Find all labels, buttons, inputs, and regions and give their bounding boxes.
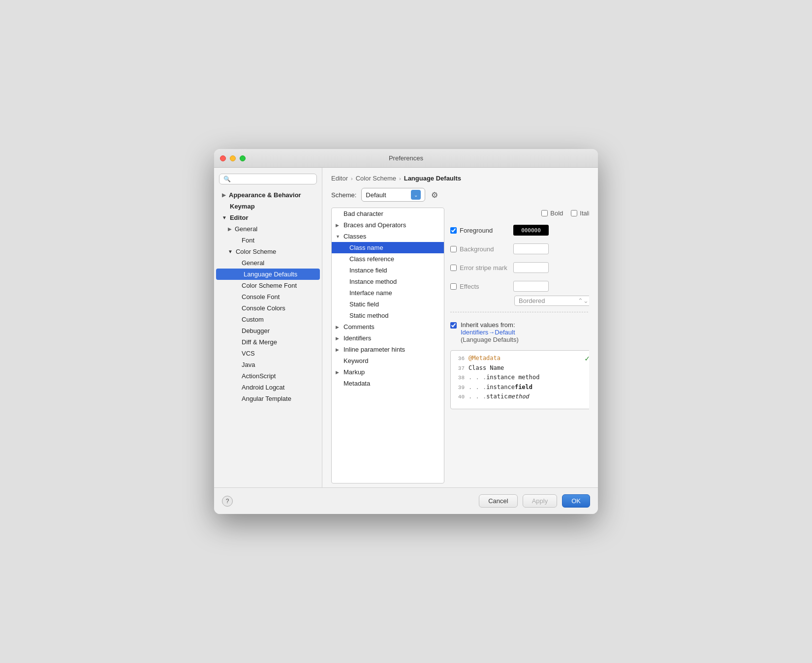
effects-type-dropdown[interactable]: Bordered ⌃⌄ — [514, 296, 589, 306]
sidebar-item-angular-template[interactable]: Angular Template — [214, 393, 322, 404]
minimize-button[interactable] — [230, 155, 236, 161]
line-number: 38 — [455, 374, 468, 383]
tree-list[interactable]: Bad character ▶ Braces and Operators ▼ C… — [331, 208, 444, 483]
sidebar-item-custom[interactable]: Custom — [214, 314, 322, 325]
sidebar-item-language-defaults[interactable]: Language Defaults — [216, 269, 320, 280]
inherit-checkbox[interactable] — [450, 322, 457, 329]
chevron-icon: › — [351, 176, 353, 181]
effects-label: Effects — [460, 283, 479, 290]
italic-checkbox[interactable] — [571, 210, 577, 216]
effects-checkbox[interactable] — [450, 283, 457, 290]
sidebar-item-vcs[interactable]: VCS — [214, 348, 322, 359]
preview-code-39-dots: . . . — [468, 383, 486, 392]
sidebar-item-editor[interactable]: ▼ Editor — [214, 212, 322, 223]
search-box[interactable]: 🔍 — [219, 174, 317, 184]
tree-item-instance-method[interactable]: Instance method — [332, 276, 444, 287]
tree-triangle-icon: ▶ — [336, 347, 341, 352]
background-color-swatch[interactable] — [513, 243, 549, 254]
tree-item-class-name[interactable]: Class name — [332, 242, 444, 253]
tree-item-comments[interactable]: ▶ Comments — [332, 321, 444, 332]
tree-triangle-icon: ▼ — [336, 234, 341, 239]
error-stripe-checkbox[interactable] — [450, 265, 457, 271]
sidebar-item-debugger[interactable]: Debugger — [214, 325, 322, 336]
effects-dropdown-row: Bordered ⌃⌄ — [450, 296, 589, 306]
triangle-icon: ▶ — [228, 226, 232, 232]
search-input[interactable] — [233, 176, 312, 182]
maximize-button[interactable] — [240, 155, 246, 161]
tree-triangle-icon: ▶ — [336, 336, 341, 341]
scheme-dropdown[interactable]: Default ⌄ — [361, 188, 425, 202]
foreground-checkbox-group[interactable]: Foreground — [450, 227, 509, 234]
inherit-link[interactable]: Identifiers→Default — [461, 329, 515, 336]
titlebar: Preferences — [214, 149, 598, 168]
bottom-buttons: Cancel Apply OK — [479, 494, 590, 508]
line-number: 39 — [455, 384, 468, 392]
sidebar-item-console-colors[interactable]: Console Colors — [214, 302, 322, 314]
tree-item-keyword[interactable]: Keyword — [332, 355, 444, 366]
tree-item-braces[interactable]: ▶ Braces and Operators — [332, 219, 444, 231]
ok-button[interactable]: OK — [562, 494, 590, 508]
sidebar-item-cs-general[interactable]: General — [214, 257, 322, 269]
error-stripe-row: Error stripe mark — [450, 260, 589, 275]
cancel-button[interactable]: Cancel — [479, 494, 517, 508]
bold-option[interactable]: Bold — [541, 210, 563, 217]
line-number: 40 — [455, 393, 468, 402]
sidebar-item-android-logcat[interactable]: Android Logcat — [214, 382, 322, 393]
preview-code-40-dots: . . . — [468, 392, 486, 401]
tree-item-identifiers[interactable]: ▶ Identifiers — [332, 332, 444, 344]
inherit-sub-text: (Language Defaults) — [461, 336, 519, 343]
window-title: Preferences — [389, 154, 423, 162]
tree-item-inline-param[interactable]: ▶ Inline parameter hints — [332, 344, 444, 355]
close-button[interactable] — [220, 155, 226, 161]
foreground-color-value: 000000 — [521, 227, 541, 234]
preview-code-36: @Metadata — [468, 354, 500, 363]
sidebar-item-keymap[interactable]: Keymap — [214, 201, 322, 212]
tree-item-classes[interactable]: ▼ Classes — [332, 231, 444, 242]
sidebar: 🔍 ▶ Appearance & Behavior Keymap ▼ Edito… — [214, 168, 322, 487]
error-stripe-color-swatch[interactable] — [513, 262, 549, 273]
preview-line-37: 37 Class Name — [455, 363, 589, 373]
sidebar-item-java[interactable]: Java — [214, 359, 322, 370]
effects-color-swatch[interactable] — [513, 281, 549, 292]
tree-item-bad-char[interactable]: Bad character — [332, 208, 444, 219]
tree-item-interface-name[interactable]: Interface name — [332, 287, 444, 299]
tree-item-static-method[interactable]: Static method — [332, 310, 444, 321]
sidebar-item-appearance[interactable]: ▶ Appearance & Behavior — [214, 189, 322, 201]
tree-item-instance-field[interactable]: Instance field — [332, 265, 444, 276]
sidebar-item-cs-font[interactable]: Color Scheme Font — [214, 280, 322, 291]
sidebar-item-console-font[interactable]: Console Font — [214, 291, 322, 302]
scheme-arrow-icon: ⌄ — [411, 190, 421, 200]
tree-item-static-field[interactable]: Static field — [332, 299, 444, 310]
sidebar-item-font[interactable]: Font — [214, 235, 322, 246]
help-button[interactable]: ? — [222, 496, 233, 507]
foreground-checkbox[interactable] — [450, 227, 457, 234]
sidebar-item-actionscript[interactable]: ActionScript — [214, 370, 322, 382]
preview-line-40: 40 . . . static method — [455, 392, 589, 402]
tree-triangle-icon — [342, 291, 346, 296]
effects-checkbox-group[interactable]: Effects — [450, 283, 509, 290]
gear-button[interactable]: ⚙ — [430, 189, 439, 201]
foreground-row: Foreground 000000 — [450, 223, 589, 238]
tree-item-markup[interactable]: ▶ Markup — [332, 366, 444, 378]
apply-button[interactable]: Apply — [523, 494, 558, 508]
main-body: Bad character ▶ Braces and Operators ▼ C… — [331, 208, 589, 483]
background-checkbox-group[interactable]: Background — [450, 245, 509, 253]
help-label: ? — [226, 498, 229, 505]
tree-item-metadata[interactable]: Metadata — [332, 378, 444, 389]
preview-code-37: Class Name — [468, 363, 504, 373]
line-number: 36 — [455, 355, 468, 363]
error-stripe-checkbox-group[interactable]: Error stripe mark — [450, 264, 509, 271]
foreground-color-swatch[interactable]: 000000 — [513, 225, 549, 236]
tree-triangle-icon: ▶ — [336, 370, 341, 375]
traffic-lights — [220, 155, 246, 161]
main-content: 🔍 ▶ Appearance & Behavior Keymap ▼ Edito… — [214, 168, 598, 487]
bold-checkbox[interactable] — [541, 210, 548, 216]
sidebar-item-diff-merge[interactable]: Diff & Merge — [214, 336, 322, 348]
sidebar-item-colorscheme[interactable]: ▼ Color Scheme — [214, 246, 322, 257]
tree-triangle-icon — [342, 268, 346, 273]
tree-item-class-reference[interactable]: Class reference — [332, 253, 444, 265]
background-checkbox[interactable] — [450, 246, 457, 252]
inherit-row: Inherit values from: Identifiers→Default… — [450, 318, 589, 346]
italic-option[interactable]: Italic — [571, 210, 589, 217]
sidebar-item-general[interactable]: ▶ General — [214, 223, 322, 235]
